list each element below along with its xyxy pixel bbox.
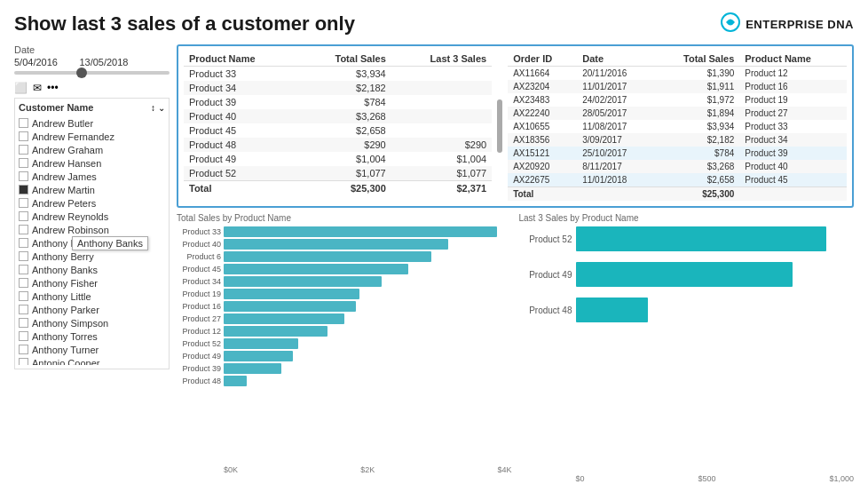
bar-label: Product 16 — [177, 302, 221, 311]
customer-name-text: Andrew Robinson — [32, 225, 109, 235]
customer-item[interactable]: Anthony Simpson — [19, 316, 165, 329]
scroll-indicator[interactable] — [497, 99, 502, 153]
cell-product-name: Product 12 — [739, 67, 847, 81]
total-sales-chart-title: Total Sales by Product Name — [177, 213, 512, 223]
customer-checkbox[interactable] — [19, 358, 28, 365]
table-row: AX20920 8/11/2017 $3,268 Product 40 — [508, 160, 847, 173]
customer-checkbox[interactable] — [19, 211, 28, 221]
customer-name-text: Anthony Fisher — [32, 278, 98, 289]
bar-wrap — [224, 338, 512, 349]
right-total-label: Total — [508, 187, 577, 202]
customer-checkbox[interactable] — [19, 238, 28, 248]
customer-item[interactable]: Anthony Torres — [19, 329, 165, 343]
cell-product: Product 52 — [184, 166, 299, 181]
charts-row: Total Sales by Product Name Product 33 P… — [177, 213, 854, 468]
customer-item[interactable]: Andrew Reynolds — [19, 210, 165, 223]
right-bar-fill — [576, 262, 793, 287]
customer-name-text: Andrew Fernandez — [32, 131, 114, 142]
slider-thumb[interactable] — [76, 67, 87, 78]
customer-checkbox[interactable] — [19, 318, 28, 328]
cell-product: Product 45 — [184, 123, 299, 138]
bar-row: Product 19 — [177, 289, 512, 299]
table-total-row: Total $25,300 $2,371 — [184, 181, 492, 196]
customer-checkbox[interactable] — [19, 131, 28, 141]
bar-fill — [224, 338, 298, 349]
right-bar-chart: Product 52 Product 49 Product 48 — [519, 226, 855, 464]
customer-checkbox[interactable] — [19, 305, 28, 314]
customer-item[interactable]: Andrew Peters — [19, 196, 165, 210]
logo-text: ENTERPRISE DNA — [746, 18, 854, 31]
table-row: AX23483 24/02/2017 $1,972 Product 19 — [508, 93, 847, 107]
right-total-product — [739, 187, 847, 202]
filter-icon-3[interactable]: ••• — [47, 82, 59, 94]
customer-item[interactable]: Andrew Graham — [19, 143, 165, 156]
cell-total: $2,658 — [299, 123, 391, 138]
customer-checkbox[interactable] — [19, 278, 28, 288]
customer-name-text: Andrew Butler — [32, 118, 93, 129]
table-row: Product 45 $2,658 — [184, 123, 492, 138]
customer-item[interactable]: Anthony Banks — [19, 263, 165, 276]
date-section: Date 5/04/2016 13/05/2018 — [14, 44, 170, 75]
customer-checkbox[interactable] — [19, 265, 28, 274]
table-total-row: Total $25,300 — [508, 187, 847, 202]
customer-item[interactable]: Andrew Hansen — [19, 156, 165, 170]
sort-icon[interactable]: ↕ — [151, 103, 155, 113]
bar-label: Product 12 — [177, 327, 221, 336]
filter-icon-2[interactable]: ✉ — [33, 82, 42, 94]
customer-item[interactable]: Anthony Parker — [19, 303, 165, 316]
cell-last3 — [391, 109, 492, 123]
cell-total: $290 — [299, 138, 391, 152]
customer-checkbox[interactable] — [19, 251, 28, 261]
customer-checkbox[interactable] — [19, 145, 28, 155]
expand-icon[interactable]: ⌄ — [158, 103, 165, 113]
cell-last3: $1,004 — [391, 152, 492, 166]
customer-checkbox[interactable] — [19, 291, 28, 301]
bar-wrap — [224, 264, 512, 274]
right-x-label: $500 — [698, 474, 715, 483]
logo-icon — [721, 12, 740, 36]
customer-item[interactable]: Andrew Martin — [19, 183, 165, 196]
cell-product-name: Product 39 — [739, 147, 847, 160]
customer-item[interactable]: Andrew James — [19, 170, 165, 183]
left-table: Product Name Total Sales Last 3 Sales Pr… — [184, 52, 492, 201]
customer-item[interactable]: Anthony BanksAnthony Banks — [19, 236, 165, 250]
bar-row: Product 45 — [177, 264, 512, 274]
customer-item[interactable]: Antonio Cooper — [19, 356, 165, 365]
customer-checkbox[interactable] — [19, 331, 28, 341]
customer-tooltip: Anthony Banks — [72, 236, 148, 250]
customer-item[interactable]: Anthony Turner — [19, 343, 165, 356]
last3-sales-chart-title: Last 3 Sales by Product Name — [519, 213, 855, 223]
customer-item[interactable]: Anthony Little — [19, 290, 165, 303]
cell-total: $1,004 — [299, 152, 391, 166]
cell-sales: $3,268 — [654, 160, 740, 173]
bar-row: Product 6 — [177, 251, 512, 262]
scroll-divider — [497, 52, 502, 201]
cell-product: Product 48 — [184, 138, 299, 152]
customer-checkbox[interactable] — [19, 185, 28, 194]
customer-item[interactable]: Anthony Berry — [19, 250, 165, 263]
cell-date: 24/02/2017 — [577, 93, 654, 107]
customer-checkbox[interactable] — [19, 171, 28, 181]
col-date: Date — [577, 52, 654, 67]
right-x-label: $0 — [576, 474, 585, 483]
bar-label: Product 27 — [177, 314, 221, 323]
customer-checkbox[interactable] — [19, 225, 28, 234]
customer-item[interactable]: Andrew Robinson — [19, 223, 165, 236]
customer-name-text: Andrew James — [32, 171, 97, 182]
customer-checkbox[interactable] — [19, 118, 28, 128]
customer-checkbox[interactable] — [19, 198, 28, 208]
customer-checkbox[interactable] — [19, 345, 28, 354]
customer-item[interactable]: Andrew Butler — [19, 116, 165, 130]
date-slider[interactable] — [14, 71, 170, 75]
bar-row: Product 34 — [177, 276, 512, 287]
bar-row: Product 27 — [177, 313, 512, 324]
filter-icon-1[interactable]: ⬜ — [14, 82, 28, 94]
bar-label: Product 33 — [177, 227, 221, 236]
customer-checkbox[interactable] — [19, 158, 28, 168]
sidebar: Date 5/04/2016 13/05/2018 ⬜ ✉ ••• Custom… — [14, 44, 170, 468]
customer-item[interactable]: Andrew Fernandez — [19, 130, 165, 143]
col-last3-sales: Last 3 Sales — [391, 52, 492, 67]
bar-wrap — [224, 276, 512, 287]
table-row: AX11664 20/11/2016 $1,390 Product 12 — [508, 67, 847, 81]
customer-item[interactable]: Anthony Fisher — [19, 276, 165, 290]
